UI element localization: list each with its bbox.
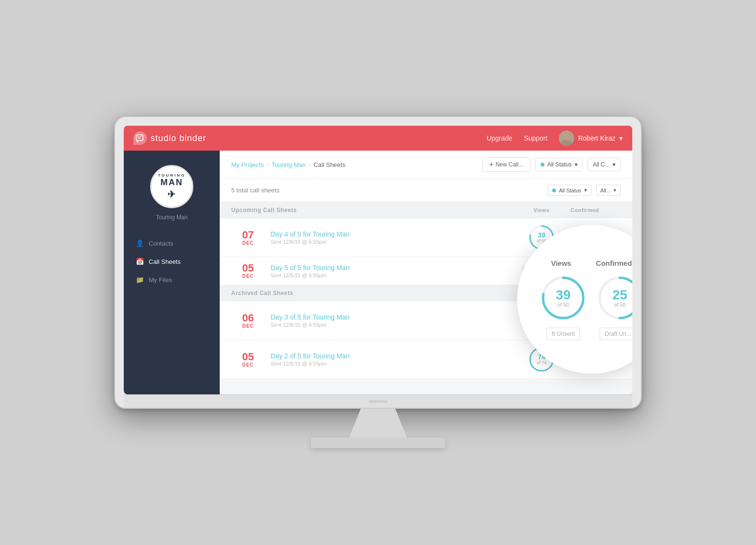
upgrade-link[interactable]: Upgrade bbox=[486, 134, 512, 142]
nav-actions: Upgrade Support Robert Kiraz ▾ bbox=[486, 130, 623, 146]
content-area: My Projects › Touring Man › Call Sheets … bbox=[220, 151, 632, 394]
row-name-col: Day 2 of 5 for Touring Man Sent 12/5/15 … bbox=[265, 352, 520, 367]
user-name: Robert Kiraz bbox=[578, 134, 615, 142]
contacts-icon: 👤 bbox=[135, 239, 144, 248]
monitor-chin bbox=[124, 394, 632, 408]
status-dot bbox=[541, 163, 544, 166]
sidebar-item-contacts[interactable]: 👤 Contacts bbox=[124, 234, 220, 252]
calendar-icon: 📅 bbox=[135, 257, 144, 266]
sidebar: TOURING MAN ✈ Touring Man 👤 Contacts bbox=[124, 151, 220, 394]
breadcrumb-sep-2: › bbox=[308, 161, 310, 168]
row-date: 06 DEC bbox=[231, 313, 265, 329]
project-logo-icon: ✈ bbox=[158, 189, 186, 200]
monitor-stand-top bbox=[349, 409, 407, 438]
chevron-down-icon: ▾ bbox=[619, 134, 623, 142]
breadcrumb: My Projects › Touring Man › Call Sheets bbox=[231, 161, 345, 168]
toolbar-all-filter[interactable]: All... ▾ bbox=[596, 185, 621, 196]
row-date: 07 DEC bbox=[231, 230, 265, 246]
support-link[interactable]: Support bbox=[524, 134, 547, 142]
breadcrumb-touring-man[interactable]: Touring Man bbox=[272, 161, 306, 168]
project-logo: TOURING MAN ✈ bbox=[150, 165, 193, 208]
upcoming-section-header: Upcoming Call Sheets Views Confirmed bbox=[220, 202, 632, 218]
brand-logo: studio binder bbox=[133, 131, 206, 145]
folder-icon: 📁 bbox=[135, 275, 144, 284]
breadcrumb-my-projects[interactable]: My Projects bbox=[231, 161, 264, 168]
svg-point-4 bbox=[561, 140, 572, 146]
row-name-col: Day 5 of 5 for Touring Man Sent 12/5/15 … bbox=[265, 264, 520, 278]
zoom-confirmed-circle: 25 of 50 bbox=[596, 274, 632, 322]
status-filter-dropdown[interactable]: All Status ▾ bbox=[535, 158, 583, 171]
sidebar-nav: 👤 Contacts 📅 Call Sheets 📁 My Files bbox=[124, 234, 220, 289]
total-label: 5 total call sheets bbox=[231, 187, 279, 194]
content-header: My Projects › Touring Man › Call Sheets … bbox=[220, 151, 632, 179]
chevron-down-icon: ▾ bbox=[613, 161, 615, 168]
breadcrumb-call-sheets: Call Sheets bbox=[313, 161, 345, 168]
logo-icon bbox=[133, 131, 147, 145]
chevron-down-icon: ▾ bbox=[584, 187, 587, 193]
toolbar-status-dot bbox=[552, 189, 556, 192]
zoom-views-circle: 39 of 50 bbox=[539, 274, 587, 322]
sidebar-item-call-sheets[interactable]: 📅 Call Sheets bbox=[124, 252, 220, 271]
chevron-down-icon: ▾ bbox=[614, 187, 616, 193]
row-date: 05 DEC bbox=[231, 352, 265, 367]
row-date: 05 DEC bbox=[231, 263, 265, 279]
zoom-views-label: Views bbox=[551, 259, 571, 267]
all-filter-dropdown[interactable]: All C... ▾ bbox=[588, 158, 621, 171]
zoom-confirmed-label: Confirmed bbox=[596, 259, 632, 267]
header-actions: New Call... All Status ▾ All C... ▾ bbox=[482, 157, 621, 172]
new-call-button[interactable]: New Call... bbox=[482, 157, 531, 172]
avatar bbox=[559, 130, 574, 146]
project-logo-name: MAN bbox=[158, 178, 186, 188]
chevron-down-icon: ▾ bbox=[575, 161, 578, 168]
toolbar-status-filter[interactable]: All Status ▾ bbox=[548, 185, 591, 196]
sidebar-item-my-files[interactable]: 📁 My Files bbox=[124, 271, 220, 289]
zoom-draft-badge-2: Draft Un... bbox=[600, 328, 632, 340]
row-name-col: Day 3 of 5 for Touring Man Sent 12/6/15 … bbox=[265, 313, 520, 328]
cs-filters: All Status ▾ All... ▾ bbox=[548, 185, 621, 196]
user-menu[interactable]: Robert Kiraz ▾ bbox=[559, 130, 623, 146]
svg-point-3 bbox=[563, 133, 570, 140]
zoom-draft-badge-1: ft Unsent bbox=[546, 328, 580, 340]
breadcrumb-sep-1: › bbox=[267, 161, 269, 168]
cs-toolbar: 5 total call sheets All Status ▾ All... … bbox=[220, 179, 632, 202]
project-name: Touring Man bbox=[156, 214, 188, 221]
top-nav: studio binder Upgrade Support bbox=[124, 126, 632, 151]
monitor-chin-detail bbox=[368, 400, 388, 403]
svg-rect-0 bbox=[136, 135, 143, 141]
monitor-stand-base bbox=[311, 438, 445, 448]
row-name-col: Day 4 of 5 for Touring Man Sent 12/6/15 … bbox=[265, 230, 520, 245]
